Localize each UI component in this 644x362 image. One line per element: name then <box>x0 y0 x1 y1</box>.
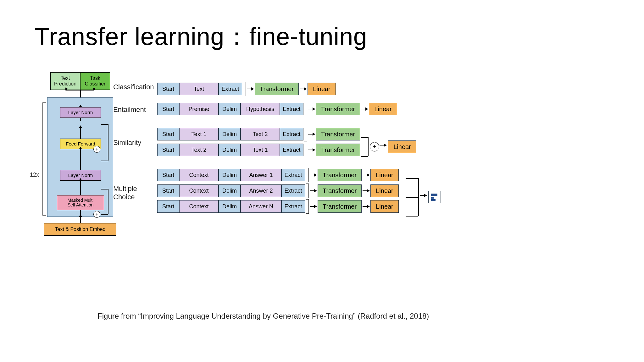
tok-start: Start <box>157 103 179 115</box>
arrow-icon <box>246 87 255 90</box>
repeat-label: 12x <box>30 172 39 178</box>
tok-delim: Delim <box>219 200 241 213</box>
arrow-icon <box>309 205 318 208</box>
arrow-icon <box>362 205 370 208</box>
bracket-icon <box>243 82 246 96</box>
row-multiple-choice: Multiple Choice Start Context Delim Answ… <box>113 163 629 223</box>
tok-start: Start <box>157 200 179 213</box>
residual-add-top: + <box>93 146 100 153</box>
tok-delim: Delim <box>219 144 241 156</box>
bracket-icon <box>304 127 307 141</box>
tok-extract: Extract <box>280 144 303 156</box>
repeat-bracket <box>42 102 46 216</box>
transformer-box: Transformer <box>255 83 299 95</box>
row-entailment: Entailment Start Premise Delim Hypothesi… <box>113 97 629 122</box>
arrow-icon <box>309 173 318 177</box>
arrow-icon <box>419 194 428 197</box>
figure-caption: Figure from “Improving Language Understa… <box>97 312 429 321</box>
arrow-icon <box>362 189 370 192</box>
tok-extract: Extract <box>281 200 305 213</box>
row-similarity: Similarity Start Text 1 Delim Text 2 Ext… <box>113 122 629 163</box>
tok-text2: Text 2 <box>179 144 219 156</box>
embedding-box: Text & Position Embed <box>44 223 116 236</box>
seq-similarity-a: Start Text 1 Delim Text 2 Extract Transf… <box>157 128 629 140</box>
caption-prefix: Figure from <box>97 312 138 320</box>
bracket-icon <box>306 168 309 182</box>
tok-text1: Text 1 <box>241 144 280 156</box>
label-multiple-choice: Multiple Choice <box>113 185 156 201</box>
linear-box: Linear <box>308 83 336 95</box>
tok-context: Context <box>179 169 219 181</box>
seq-entailment: Start Premise Delim Hypothesis Extract T… <box>157 103 629 115</box>
seq-mc-2: Start Context Delim Answer 2 Extract Tra… <box>157 184 629 197</box>
transformer-box: Transformer <box>318 169 362 181</box>
tok-delim: Delim <box>219 103 241 115</box>
diagram-stage: Text Prediction Task Classifier 12x Laye… <box>0 72 644 330</box>
bracket-icon <box>306 184 309 198</box>
linear-box: Linear <box>370 169 399 181</box>
label-similarity: Similarity <box>113 139 156 147</box>
seq-classification: Start Text Extract Transformer Linear <box>157 83 629 95</box>
arrow-icon <box>307 107 316 111</box>
tok-delim: Delim <box>219 169 241 181</box>
tok-start: Start <box>157 184 179 197</box>
output-heads: Text Prediction Task Classifier <box>50 72 110 90</box>
arrow-icon <box>307 133 316 136</box>
transformer-block: Layer Norm Feed Forward Layer Norm Maske… <box>47 97 113 217</box>
tok-extract: Extract <box>280 128 303 140</box>
bracket-icon <box>304 143 307 157</box>
linear-box: Linear <box>369 103 397 115</box>
arrow-icon <box>307 148 316 151</box>
tok-extract: Extract <box>219 83 242 95</box>
softmax-icon <box>428 191 441 203</box>
task-classifier-head: Task Classifier <box>80 72 110 90</box>
seq-mc-n: Start Context Delim Answer N Extract Tra… <box>157 200 629 213</box>
layer-norm-top: Layer Norm <box>60 107 101 118</box>
masked-self-attention-text: Masked Multi Self Attention <box>57 195 104 210</box>
row-classification: Classification Start Text Extract Transf… <box>113 77 629 97</box>
transformer-box: Transformer <box>318 200 362 213</box>
caption-quote: “Improving Language Understanding by Gen… <box>138 312 356 320</box>
bracket-icon <box>304 102 307 116</box>
transformer-box: Transformer <box>316 103 360 115</box>
tok-delim: Delim <box>219 128 241 140</box>
tok-answer: Answer N <box>241 200 281 213</box>
tok-text: Text <box>179 83 219 95</box>
arrow-icon <box>362 173 370 177</box>
residual-add-bottom: + <box>93 211 100 218</box>
tok-answer: Answer 2 <box>241 184 281 197</box>
tok-start: Start <box>157 169 179 181</box>
tok-premise: Premise <box>179 103 219 115</box>
tok-extract: Extract <box>280 103 303 115</box>
tok-start: Start <box>157 83 179 95</box>
tok-text1: Text 1 <box>179 128 219 140</box>
sum-icon: + <box>370 142 379 151</box>
tok-start: Start <box>157 128 179 140</box>
linear-box: Linear <box>388 140 416 153</box>
arrow-icon <box>309 189 318 192</box>
architecture-column: Text Prediction Task Classifier 12x Laye… <box>31 72 113 236</box>
tok-answer: Answer 1 <box>241 169 281 181</box>
seq-mc-1: Start Context Delim Answer 1 Extract Tra… <box>157 169 629 181</box>
transformer-box: Transformer <box>318 184 362 197</box>
tok-extract: Extract <box>281 184 305 197</box>
arrow-icon <box>360 107 369 111</box>
tok-text2: Text 2 <box>241 128 280 140</box>
tok-extract: Extract <box>281 169 305 181</box>
linear-box: Linear <box>370 200 399 213</box>
arrow-icon <box>299 87 308 90</box>
label-classification: Classification <box>113 83 156 91</box>
label-entailment: Entailment <box>113 106 156 114</box>
transformer-box: Transformer <box>316 144 360 156</box>
tok-context: Context <box>179 200 219 213</box>
tok-hypothesis: Hypothesis <box>241 103 280 115</box>
linear-box: Linear <box>370 184 399 197</box>
arrow-icon <box>379 144 387 147</box>
bracket-icon <box>306 199 309 214</box>
tok-context: Context <box>179 184 219 197</box>
transformer-box: Transformer <box>316 128 360 140</box>
tok-start: Start <box>157 144 179 156</box>
task-rows: Classification Start Text Extract Transf… <box>113 77 629 223</box>
slide-title: Transfer learning：fine-tuning <box>35 20 367 53</box>
tok-delim: Delim <box>219 184 241 197</box>
